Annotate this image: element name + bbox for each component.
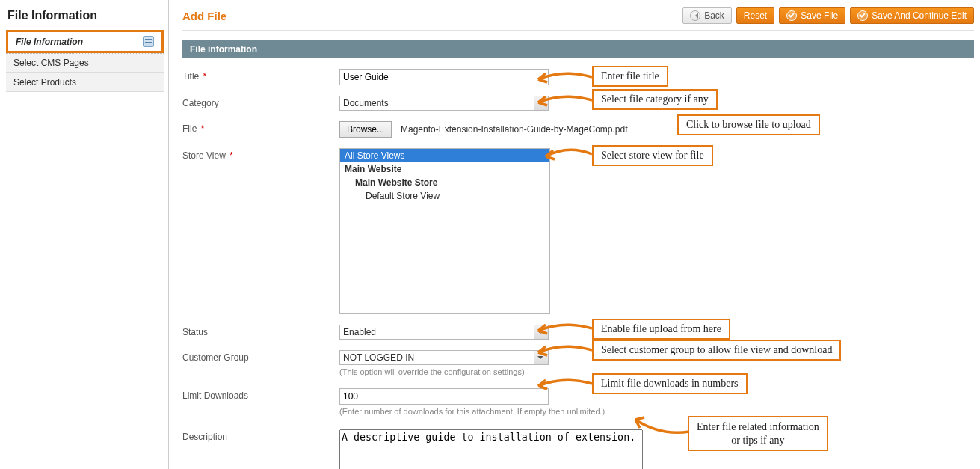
customer-group-hint: (This option will override the configura… [339, 367, 549, 376]
row-limit-downloads: Limit Downloads (Enter number of downloa… [182, 388, 974, 416]
save-button[interactable]: Save File [779, 7, 845, 24]
top-bar: Add File Back Reset Save File Save And C… [182, 0, 974, 31]
button-label: Save File [801, 10, 838, 21]
annotation-category: Select file category if any [592, 89, 718, 110]
sidebar-title: File Information [7, 9, 164, 22]
annotation-description: Enter file related information or tips i… [688, 416, 828, 451]
sidebar: File Information File Information Select… [0, 0, 169, 469]
select-value: Documents [343, 98, 389, 108]
row-title: Title * [182, 69, 974, 85]
sidebar-item-label: File Information [16, 37, 83, 47]
sidebar-item-cms-pages[interactable]: Select CMS Pages [6, 53, 164, 73]
button-label: Back [704, 10, 724, 21]
select-value: NOT LOGGED IN [343, 352, 414, 363]
store-view-option[interactable]: Default Store View [340, 189, 549, 203]
browse-button[interactable]: Browse... [339, 121, 392, 138]
label-title: Title * [182, 69, 339, 82]
section-header: File information [182, 40, 974, 58]
store-view-option[interactable]: Main Website Store [340, 176, 549, 189]
store-view-option[interactable]: All Store Views [340, 149, 549, 162]
row-customer-group: Customer Group NOT LOGGED IN (This optio… [182, 350, 974, 376]
store-view-option[interactable]: Main Website [340, 162, 549, 176]
row-store-view: Store View * All Store Views Main Websit… [182, 148, 974, 314]
label-store-view: Store View * [182, 148, 339, 161]
action-buttons: Back Reset Save File Save And Continue E… [682, 7, 974, 24]
limit-downloads-hint: (Enter number of downloads for this atta… [339, 407, 623, 416]
check-icon [786, 10, 797, 21]
customer-group-select[interactable]: NOT LOGGED IN [339, 350, 549, 365]
annotation-status: Enable file upload from here [592, 319, 730, 340]
limit-downloads-input[interactable] [339, 388, 549, 405]
row-category: Category Documents [182, 96, 974, 111]
back-icon [690, 10, 700, 21]
status-select[interactable]: Enabled [339, 325, 549, 340]
collapse-icon [143, 36, 154, 47]
sidebar-item-label: Select CMS Pages [13, 58, 89, 68]
category-select[interactable]: Documents [339, 96, 549, 111]
row-status: Status Enabled [182, 325, 974, 340]
back-button[interactable]: Back [682, 7, 732, 24]
label-status: Status [182, 325, 339, 337]
sidebar-item-file-information[interactable]: File Information [6, 30, 164, 53]
store-view-multiselect[interactable]: All Store Views Main Website Main Websit… [339, 148, 550, 314]
row-file: File * Browse... Magento-Extension-Insta… [182, 121, 974, 138]
form-area: Title * Category Documents File * Browse… [182, 69, 974, 469]
row-description: Description [182, 429, 974, 469]
label-category: Category [182, 96, 339, 108]
selected-filename: Magento-Extension-Installation-Guide-by-… [401, 124, 628, 135]
label-file: File * [182, 121, 339, 134]
main-content: Add File Back Reset Save File Save And C… [169, 0, 980, 469]
select-value: Enabled [343, 327, 376, 337]
reset-button[interactable]: Reset [736, 7, 774, 24]
label-description: Description [182, 429, 339, 442]
page-title: Add File [182, 10, 226, 22]
save-continue-button[interactable]: Save And Continue Edit [850, 7, 974, 24]
sidebar-item-products[interactable]: Select Products [6, 73, 164, 92]
title-input[interactable] [339, 69, 549, 85]
label-customer-group: Customer Group [182, 350, 339, 363]
check-icon [857, 10, 868, 21]
button-label: Save And Continue Edit [872, 10, 967, 21]
annotation-title: Enter file title [592, 66, 668, 87]
sidebar-item-label: Select Products [13, 77, 76, 88]
chevron-down-icon [534, 96, 548, 110]
chevron-down-icon [534, 325, 548, 339]
chevron-down-icon [534, 351, 548, 364]
annotation-limit-downloads: Limit file downloads in numbers [592, 373, 748, 394]
button-label: Reset [744, 10, 767, 21]
annotation-store-view: Select store view for file [592, 145, 713, 166]
annotation-customer-group: Select customer group to allow file view… [592, 340, 841, 361]
annotation-file: Click to browse file to upload [677, 114, 820, 135]
description-textarea[interactable] [339, 429, 643, 469]
label-limit-downloads: Limit Downloads [182, 388, 339, 401]
